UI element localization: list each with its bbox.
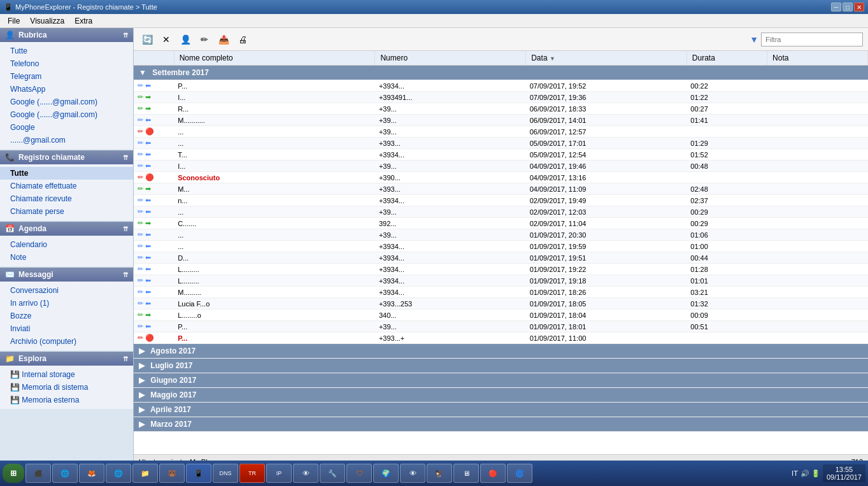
month-expand-icon[interactable]: ▶: [139, 347, 145, 355]
taskbar-eye2[interactable]: 👁: [400, 464, 425, 483]
sidebar-item-google3[interactable]: Google: [0, 121, 133, 134]
sidebar-item-calendario[interactable]: Calendario: [0, 238, 133, 251]
delete-button[interactable]: ✕: [158, 31, 174, 48]
table-row[interactable]: ✏ ⬅ P... +3934... 07/09/2017, 19:52 00:2…: [134, 80, 868, 92]
sidebar-item-rubrica-tutte[interactable]: Tutte: [0, 45, 133, 57]
month-expand-icon[interactable]: ▼: [139, 68, 146, 77]
table-row[interactable]: ✏ ⬅ Lucia F...o +393...253 01/09/2017, 1…: [134, 298, 868, 310]
table-row[interactable]: ✏ ⬅ ... +3934... 01/09/2017, 19:59 01:00: [134, 241, 868, 252]
month-header-row[interactable]: ▶ Luglio 2017: [134, 359, 868, 373]
table-row[interactable]: ✏ ➡ R... +39... 06/09/2017, 18:33 00:27: [134, 103, 868, 115]
month-header-row[interactable]: ▶ Aprile 2017: [134, 403, 868, 417]
table-row[interactable]: ✏ ⬅ ... +393... 05/09/2017, 17:01 01:29: [134, 138, 868, 149]
sidebar-item-internal-storage[interactable]: 💾 Internal storage: [0, 368, 133, 381]
table-row[interactable]: ✏ ⬅ P... +39... 01/09/2017, 18:01 00:51: [134, 321, 868, 332]
table-row[interactable]: ✏ ⬅ M......... +3934... 01/09/2017, 18:2…: [134, 287, 868, 298]
maximize-button[interactable]: □: [843, 3, 853, 11]
month-header-row[interactable]: ▶ Maggio 2017: [134, 388, 868, 403]
sidebar-item-telegram[interactable]: Telegram: [0, 70, 133, 83]
table-row[interactable]: ✏ ⬅ ... +39... 02/09/2017, 12:03 00:29: [134, 206, 868, 218]
table-row[interactable]: ✏ ➡ C....... 392... 02/09/2017, 11:04 00…: [134, 218, 868, 229]
table-row[interactable]: ✏ ⬅ M........... +39... 06/09/2017, 14:0…: [134, 115, 868, 126]
col-header-note[interactable]: Nota: [767, 51, 868, 66]
sidebar-item-registro-tutte[interactable]: Tutte: [0, 167, 133, 180]
table-row[interactable]: ✏ ⬅ D... +3934... 01/09/2017, 19:51 00:4…: [134, 252, 868, 264]
month-header-row[interactable]: ▶ Marzo 2017: [134, 417, 868, 432]
taskbar-red[interactable]: 🔴: [480, 464, 506, 483]
taskbar-monitor[interactable]: 🖥: [453, 464, 479, 483]
taskbar-tr[interactable]: TR: [239, 464, 265, 483]
month-expand-icon[interactable]: ▶: [139, 376, 145, 385]
month-header-label[interactable]: ▶ Agosto 2017: [134, 344, 868, 359]
export-button[interactable]: 📤: [215, 31, 232, 48]
sidebar-item-in-arrivo[interactable]: In arrivo (1): [0, 297, 133, 310]
agenda-collapse[interactable]: ⇈: [123, 225, 128, 232]
table-row[interactable]: ✏ ⬅ I... +39... 04/09/2017, 19:46 00:48: [134, 161, 868, 172]
col-header-number[interactable]: Numero: [375, 51, 526, 66]
sidebar-header-agenda[interactable]: 📅Agenda ⇈: [0, 222, 133, 236]
print-button[interactable]: 🖨: [234, 31, 251, 48]
taskbar-eagle[interactable]: 🦅: [427, 464, 452, 483]
rubrica-collapse[interactable]: ⇈: [123, 32, 128, 39]
contact-button[interactable]: 👤: [177, 31, 194, 48]
month-header-label[interactable]: ▶ Luglio 2017: [134, 359, 868, 373]
table-row[interactable]: ✏ ⬅ n... +3934... 02/09/2017, 19:49 02:3…: [134, 195, 868, 206]
sidebar-item-bozze[interactable]: Bozze: [0, 310, 133, 322]
month-header-label[interactable]: ▼ Settembre 2017: [134, 66, 868, 80]
sidebar-header-registro[interactable]: 📞Registro chiamate ⇈: [0, 150, 133, 164]
taskbar-dns[interactable]: DNS: [213, 464, 238, 483]
filter-input[interactable]: [761, 32, 863, 46]
sidebar-item-conversazioni[interactable]: Conversazioni: [0, 284, 133, 297]
table-row[interactable]: ✏ ⬅ T... +3934... 05/09/2017, 12:54 01:5…: [134, 149, 868, 161]
table-row[interactable]: ✏ ⬅ L......... +3934... 01/09/2017, 19:1…: [134, 275, 868, 287]
month-header-label[interactable]: ▶ Marzo 2017: [134, 417, 868, 432]
month-header-row[interactable]: ▼ Settembre 2017: [134, 66, 868, 80]
sidebar-item-whatsapp[interactable]: WhatsApp: [0, 83, 133, 96]
taskbar-cmd[interactable]: ⬛: [25, 464, 51, 483]
sidebar-item-note[interactable]: Note: [0, 251, 133, 264]
edit-button[interactable]: ✏: [196, 31, 213, 48]
table-row[interactable]: ✏ ⬅ ... +39... 01/09/2017, 20:30 01:06: [134, 229, 868, 241]
table-row[interactable]: ✏ 🔴 Sconosciuto +390... 04/09/2017, 13:1…: [134, 172, 868, 183]
sidebar-item-chiamate-effettuate[interactable]: Chiamate effettuate: [0, 180, 133, 192]
taskbar-shield[interactable]: 🛡: [346, 464, 372, 483]
sidebar-item-chiamate-ricevute[interactable]: Chiamate ricevute: [0, 192, 133, 205]
col-header-duration[interactable]: Durata: [687, 51, 767, 66]
taskbar-ip[interactable]: IP: [266, 464, 292, 483]
taskbar-tool1[interactable]: 🔧: [320, 464, 345, 483]
sidebar-header-esplora[interactable]: 📁Esplora ⇈: [0, 352, 133, 366]
sidebar-item-memoria-sistema[interactable]: 💾 Memoria di sistema: [0, 381, 133, 394]
taskbar-bear[interactable]: 🐻: [159, 464, 185, 483]
table-row[interactable]: ✏ ⬅ L......... +3934... 01/09/2017, 19:2…: [134, 264, 868, 275]
taskbar-browser1[interactable]: 🌐: [52, 464, 78, 483]
taskbar-explorer[interactable]: 📁: [132, 464, 158, 483]
table-row[interactable]: ✏ 🔴 P... +393...+ 01/09/2017, 11:00: [134, 332, 868, 344]
minimize-button[interactable]: ─: [831, 3, 841, 11]
table-container[interactable]: Nome completo Numero Data ▼ Durata Nota …: [134, 51, 868, 454]
col-header-name[interactable]: Nome completo: [174, 51, 375, 66]
sidebar-item-telefono[interactable]: Telefono: [0, 57, 133, 70]
month-expand-icon[interactable]: ▶: [139, 390, 145, 399]
taskbar-firefox[interactable]: 🦊: [79, 464, 104, 483]
taskbar-globe[interactable]: 🌍: [373, 464, 399, 483]
refresh-button[interactable]: 🔄: [139, 31, 155, 48]
month-expand-icon[interactable]: ▶: [139, 361, 145, 370]
month-expand-icon[interactable]: ▶: [139, 420, 145, 429]
taskbar-phone[interactable]: 📱: [186, 464, 211, 483]
sidebar-header-rubrica[interactable]: 👤Rubrica ⇈: [0, 28, 133, 42]
month-header-row[interactable]: ▶ Giugno 2017: [134, 373, 868, 388]
sidebar-item-google1[interactable]: Google (......@gmail.com): [0, 96, 133, 108]
table-row[interactable]: ✏ ➡ M... +393... 04/09/2017, 11:09 02:48: [134, 183, 868, 195]
start-button[interactable]: ⊞: [3, 464, 24, 483]
menu-extra[interactable]: Extra: [69, 15, 97, 27]
esplora-collapse[interactable]: ⇈: [123, 355, 128, 362]
col-header-date[interactable]: Data ▼: [526, 51, 687, 66]
sidebar-item-inviati[interactable]: Inviati: [0, 322, 133, 335]
close-button[interactable]: ✕: [854, 3, 864, 11]
table-row[interactable]: ✏ ➡ L........o 340... 01/09/2017, 18:04 …: [134, 310, 868, 321]
sidebar-item-google2[interactable]: Google (......@gmail.com): [0, 108, 133, 121]
table-row[interactable]: ✏ 🔴 ... +39... 06/09/2017, 12:57: [134, 126, 868, 138]
sidebar-item-chiamate-perse[interactable]: Chiamate perse: [0, 205, 133, 218]
messaggi-collapse[interactable]: ⇈: [123, 271, 128, 278]
menu-file[interactable]: File: [3, 15, 25, 27]
